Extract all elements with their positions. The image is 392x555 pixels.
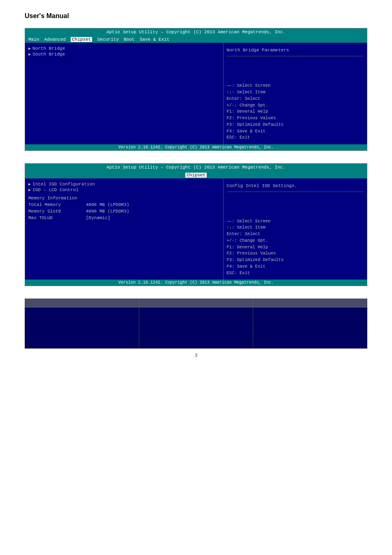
divider-1	[227, 56, 364, 56]
bios-body-2: ▶ Intel IGD Configuration ▶ IGD – LCD Co…	[25, 178, 367, 280]
igd-lcd-label: IGD – LCD Control	[32, 187, 78, 192]
bios-left-panel-1: ▶ North Bridge ▶ South Bridge	[25, 43, 224, 144]
total-memory-label: Total Memory	[28, 202, 86, 207]
page-title: User's Manual	[25, 12, 367, 20]
bios-menu-bar-2: Chipset	[25, 172, 367, 178]
max-tolud-value: [Dynamic]	[86, 215, 110, 220]
bios-screen-2: Aptio Setup Utility – Copyright (C) 2013…	[25, 163, 367, 286]
divider-2	[227, 192, 364, 192]
bios-right-panel-1: North Bridge Parameters →←: Select Scree…	[224, 43, 367, 144]
arrow-intel-igd: ▶	[28, 182, 31, 187]
bios-right-description-1: North Bridge Parameters	[227, 46, 364, 54]
bottom-table	[25, 298, 367, 349]
memory-info-section: Memory Information	[28, 196, 220, 201]
arrow-south-bridge: ▶	[28, 52, 31, 57]
bios-screen-1: Aptio Setup Utility – Copyright (C) 2013…	[25, 28, 367, 151]
memory-slot0-value: 4096 MB (LPDDR3)	[86, 209, 129, 214]
total-memory-row: Total Memory 4096 MB (LPDDR3)	[28, 202, 220, 207]
bios-body-1: ▶ North Bridge ▶ South Bridge North Brid…	[25, 43, 367, 144]
menu-chipset[interactable]: Chipset	[71, 37, 92, 42]
bios-help-section-2: →←: Select Screen ↑↓: Select Item Enter:…	[227, 194, 364, 277]
bios-menu-bar-1: Main Advanced Chipset Security Boot Save…	[25, 36, 367, 43]
max-tolud-label: Max TOLUD	[28, 215, 86, 220]
table-header-col2	[139, 299, 253, 308]
bios-footer-2: Version 2.16.1242. Copyright (C) 2013 Am…	[25, 280, 367, 286]
menu-main[interactable]: Main	[28, 37, 39, 42]
arrow-north-bridge: ▶	[28, 46, 31, 51]
south-bridge-label: South Bridge	[32, 52, 65, 57]
bios-right-description-2: Config Intel IGD Settings.	[227, 182, 364, 190]
total-memory-value: 4096 MB (LPDDR3)	[86, 202, 129, 207]
table-cell-col2	[139, 308, 253, 349]
menu-advanced[interactable]: Advanced	[44, 37, 66, 42]
intel-igd-label: Intel IGD Configuration	[32, 182, 95, 187]
table-cell-col1	[25, 308, 139, 349]
table-header-col3	[253, 299, 367, 308]
bios-help-section-1: →←: Select Screen ↑↓: Select Item Enter:…	[227, 58, 364, 141]
menu-chipset-2[interactable]: Chipset	[185, 173, 207, 178]
page-number: 3	[25, 353, 367, 358]
menu-boot[interactable]: Boot	[124, 37, 134, 42]
arrow-igd-lcd: ▶	[28, 187, 31, 192]
option-south-bridge[interactable]: ▶ South Bridge	[28, 52, 220, 57]
menu-save-exit[interactable]: Save & Exit	[140, 37, 170, 42]
option-igd-lcd[interactable]: ▶ IGD – LCD Control	[28, 187, 220, 192]
help-text-1: →←: Select Screen ↑↓: Select Item Enter:…	[227, 83, 364, 141]
north-bridge-label: North Bridge	[32, 46, 65, 51]
option-intel-igd[interactable]: ▶ Intel IGD Configuration	[28, 182, 220, 187]
bios-footer-1: Version 2.16.1242. Copyright (C) 2013 Am…	[25, 144, 367, 150]
max-tolud-row: Max TOLUD [Dynamic]	[28, 215, 220, 220]
bios-header-2: Aptio Setup Utility – Copyright (C) 2013…	[25, 164, 367, 171]
table-row	[25, 308, 367, 349]
option-north-bridge[interactable]: ▶ North Bridge	[28, 46, 220, 51]
bios-left-panel-2: ▶ Intel IGD Configuration ▶ IGD – LCD Co…	[25, 178, 224, 280]
memory-slot0-row: Memory Slot0 4096 MB (LPDDR3)	[28, 209, 220, 214]
memory-slot0-label: Memory Slot0	[28, 209, 86, 214]
bios-header-1: Aptio Setup Utility – Copyright (C) 2013…	[25, 28, 367, 36]
help-text-2: →←: Select Screen ↑↓: Select Item Enter:…	[227, 218, 364, 277]
menu-security[interactable]: Security	[97, 37, 119, 42]
table-cell-col3	[253, 308, 367, 349]
bios-right-panel-2: Config Intel IGD Settings. →←: Select Sc…	[224, 178, 367, 280]
table-header-col1	[25, 299, 139, 308]
